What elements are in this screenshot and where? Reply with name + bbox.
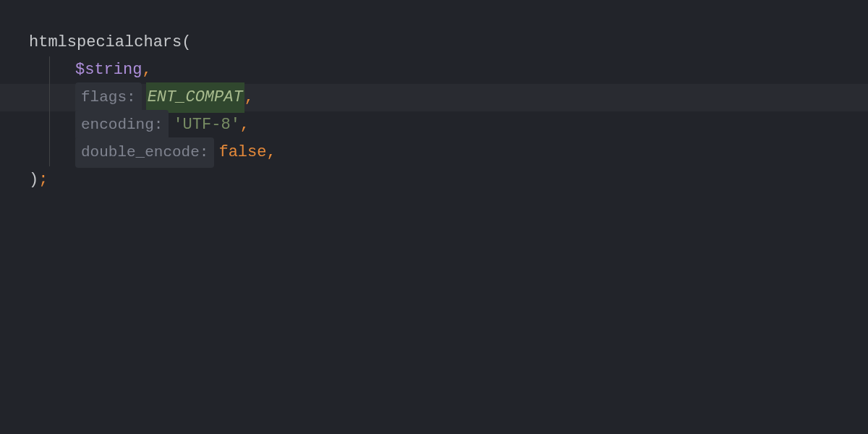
close-paren: ) xyxy=(29,166,38,194)
comma-token: , xyxy=(142,56,151,84)
constant-token: ENT_COMPAT xyxy=(146,82,244,113)
comma-token: , xyxy=(240,111,250,139)
function-name: htmlspecialchars xyxy=(29,29,182,56)
code-line[interactable]: encoding:'UTF-8', xyxy=(29,111,868,139)
variable-token: $string xyxy=(75,56,142,84)
parameter-hint: encoding: xyxy=(75,110,169,140)
code-line[interactable]: htmlspecialchars( xyxy=(29,29,868,56)
boolean-token: false xyxy=(218,139,266,166)
code-line[interactable]: ); xyxy=(29,166,868,194)
comma-token: , xyxy=(266,139,276,166)
comma-token: , xyxy=(244,84,254,111)
string-token: 'UTF-8' xyxy=(173,111,239,139)
code-line[interactable]: flags:ENT_COMPAT, xyxy=(29,84,868,111)
semicolon-token: ; xyxy=(38,166,48,194)
parameter-hint: flags: xyxy=(75,82,142,113)
code-line[interactable]: $string, xyxy=(29,56,868,84)
code-line[interactable]: double_encode:false, xyxy=(29,139,868,166)
code-editor[interactable]: htmlspecialchars( $string, flags:ENT_COM… xyxy=(0,0,868,194)
parameter-hint: double_encode: xyxy=(75,137,214,168)
open-paren: ( xyxy=(182,29,191,56)
